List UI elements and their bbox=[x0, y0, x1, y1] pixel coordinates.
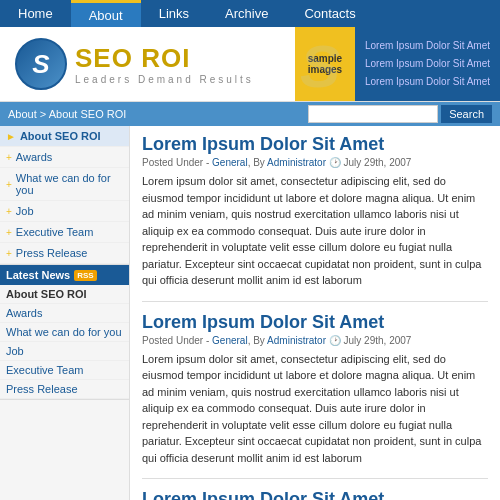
sidebar-item-about-seo-roi[interactable]: ► About SEO ROI bbox=[0, 126, 129, 147]
latest-item-executive-team[interactable]: Executive Team bbox=[0, 361, 129, 380]
nav-item-archive[interactable]: Archive bbox=[207, 0, 286, 27]
latest-item-press-release[interactable]: Press Release bbox=[0, 380, 129, 399]
bullet-icon: + bbox=[6, 152, 12, 163]
header: S S SEO ROI Leaders Demand Results sampl… bbox=[0, 27, 500, 102]
sample-link-2[interactable]: Lorem Ipsum Dolor Sit Amet bbox=[365, 55, 490, 73]
article-divider-2 bbox=[142, 478, 488, 479]
sidebar-item-awards[interactable]: + Awards bbox=[0, 147, 129, 168]
article-3: Lorem Ipsum Dolor Sit Amet Posted Under … bbox=[142, 489, 488, 500]
bullet-icon: + bbox=[6, 227, 12, 238]
latest-news-title: Latest News RSS bbox=[0, 265, 129, 285]
sidebar-item-what-we-can[interactable]: + What we can do for you bbox=[0, 168, 129, 201]
search-button[interactable]: Search bbox=[441, 105, 492, 123]
content-area: Lorem Ipsum Dolor Sit Amet Posted Under … bbox=[130, 126, 500, 500]
logo-title: SEO ROI bbox=[75, 43, 254, 74]
sidebar-menu-section: ► About SEO ROI + Awards + What we can d… bbox=[0, 126, 129, 265]
article-3-title: Lorem Ipsum Dolor Sit Amet bbox=[142, 489, 488, 500]
bullet-icon: + bbox=[6, 248, 12, 259]
main-layout: ► About SEO ROI + Awards + What we can d… bbox=[0, 126, 500, 500]
article-2-meta: Posted Under - General, By Administrator… bbox=[142, 335, 488, 346]
article-2-title: Lorem Ipsum Dolor Sit Amet bbox=[142, 312, 488, 333]
article-divider-1 bbox=[142, 301, 488, 302]
bullet-icon: ► bbox=[6, 131, 16, 142]
article-1-category[interactable]: General bbox=[212, 157, 248, 168]
header-right: sample images Lorem Ipsum Dolor Sit Amet… bbox=[295, 27, 500, 102]
sample-images-box[interactable]: sample images bbox=[295, 27, 355, 102]
article-1-meta: Posted Under - General, By Administrator… bbox=[142, 157, 488, 168]
latest-item-awards[interactable]: Awards bbox=[0, 304, 129, 323]
article-2: Lorem Ipsum Dolor Sit Amet Posted Under … bbox=[142, 312, 488, 467]
nav-item-contacts[interactable]: Contacts bbox=[286, 0, 373, 27]
search-input[interactable] bbox=[308, 105, 438, 123]
article-1-body: Lorem ipsum dolor sit amet, consectetur … bbox=[142, 173, 488, 289]
breadcrumb-bar: About > About SEO ROI Search bbox=[0, 102, 500, 126]
sidebar: ► About SEO ROI + Awards + What we can d… bbox=[0, 126, 130, 500]
nav-item-links[interactable]: Links bbox=[141, 0, 207, 27]
sample-link-1[interactable]: Lorem Ipsum Dolor Sit Amet bbox=[365, 37, 490, 55]
rss-icon: RSS bbox=[74, 270, 96, 281]
article-1: Lorem Ipsum Dolor Sit Amet Posted Under … bbox=[142, 134, 488, 289]
article-2-author[interactable]: Administrator bbox=[267, 335, 326, 346]
bullet-icon: + bbox=[6, 206, 12, 217]
logo-icon: S bbox=[15, 38, 67, 90]
latest-item-what-we-can[interactable]: What we can do for you bbox=[0, 323, 129, 342]
search-area: Search bbox=[308, 105, 492, 123]
sample-links: Lorem Ipsum Dolor Sit Amet Lorem Ipsum D… bbox=[355, 27, 500, 102]
top-nav: Home About Links Archive Contacts bbox=[0, 0, 500, 27]
nav-item-home[interactable]: Home bbox=[0, 0, 71, 27]
article-2-category[interactable]: General bbox=[212, 335, 248, 346]
article-2-body: Lorem ipsum dolor sit amet, consectetur … bbox=[142, 351, 488, 467]
sidebar-item-job[interactable]: + Job bbox=[0, 201, 129, 222]
latest-item-about-seo-roi[interactable]: About SEO ROI bbox=[0, 285, 129, 304]
logo-area: S SEO ROI Leaders Demand Results bbox=[0, 28, 269, 100]
latest-news-section: Latest News RSS About SEO ROI Awards Wha… bbox=[0, 265, 129, 400]
logo-subtitle: Leaders Demand Results bbox=[75, 74, 254, 85]
bullet-icon: + bbox=[6, 179, 12, 190]
breadcrumb: About > About SEO ROI bbox=[8, 108, 126, 120]
article-1-title: Lorem Ipsum Dolor Sit Amet bbox=[142, 134, 488, 155]
logo-text: SEO ROI Leaders Demand Results bbox=[75, 43, 254, 85]
nav-item-about[interactable]: About bbox=[71, 0, 141, 27]
sidebar-item-press-release[interactable]: + Press Release bbox=[0, 243, 129, 264]
article-1-author[interactable]: Administrator bbox=[267, 157, 326, 168]
latest-item-job[interactable]: Job bbox=[0, 342, 129, 361]
sample-link-3[interactable]: Lorem Ipsum Dolor Sit Amet bbox=[365, 73, 490, 91]
sidebar-item-executive-team[interactable]: + Executive Team bbox=[0, 222, 129, 243]
